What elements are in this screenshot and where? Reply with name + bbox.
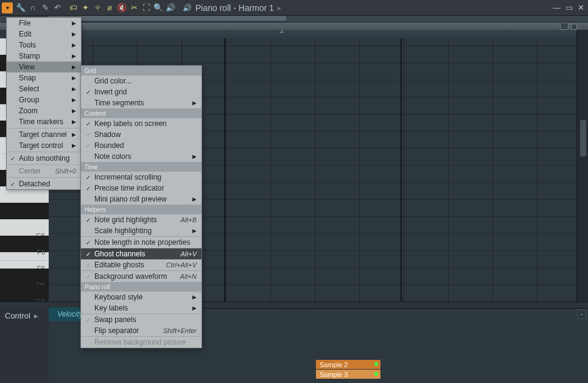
submenu-item-flip-separator[interactable]: Flip separatorShift+Enter bbox=[81, 325, 201, 336]
secondary-bar bbox=[0, 23, 588, 30]
clip-active-dot bbox=[374, 362, 378, 366]
channel-speaker-icon[interactable]: 🔊 bbox=[183, 4, 192, 12]
menu-item-zoom[interactable]: Zoom▶ bbox=[7, 105, 81, 116]
submenu-item-key-labels[interactable]: Key labels▶ bbox=[81, 303, 201, 314]
piano-roll-window: 🔧 ∩ ✎ ↶ 🏷 ✦ ✧ ø 🔇 ✂ ⛶ 🔍 🔊 🔊 Piano roll -… bbox=[0, 0, 588, 383]
wrench-icon[interactable]: 🔧 bbox=[15, 2, 27, 14]
horizontal-scroll-thumb[interactable] bbox=[49, 16, 286, 21]
submenu-item-rounded[interactable]: Rounded bbox=[81, 140, 201, 151]
submenu-item-mini-piano-roll-preview[interactable]: Mini piano roll preview▶ bbox=[81, 194, 201, 205]
menu-item-time-markers[interactable]: Time markers▶ bbox=[7, 116, 81, 127]
menu-item-stamp[interactable]: Stamp▶ bbox=[7, 51, 81, 61]
overview-toggle[interactable] bbox=[560, 23, 569, 30]
menu-item-detached[interactable]: Detached bbox=[7, 178, 81, 189]
sparkle-icon[interactable]: ✧ bbox=[91, 2, 103, 14]
channel-next-icon[interactable]: ▸ bbox=[278, 4, 281, 12]
pencil-icon[interactable]: ✎ bbox=[39, 2, 51, 14]
magnet-icon[interactable]: ∩ bbox=[27, 2, 39, 14]
brush-icon[interactable]: ✦ bbox=[79, 2, 91, 14]
volume-icon[interactable]: 🔊 bbox=[164, 2, 177, 14]
toolbar: 🔧 ∩ ✎ ↶ 🏷 ✦ ✧ ø 🔇 ✂ ⛶ 🔍 🔊 🔊 Piano roll -… bbox=[0, 0, 588, 16]
menu-item-select[interactable]: Select▶ bbox=[7, 83, 81, 94]
mute-icon[interactable]: ø bbox=[103, 2, 116, 14]
vertical-scrollbar[interactable] bbox=[576, 23, 588, 301]
clip-active-dot bbox=[374, 372, 378, 376]
submenu-item-incremental-scrolling[interactable]: Incremental scrolling bbox=[81, 172, 201, 183]
main-context-menu: File▶Edit▶Tools▶Stamp▶View▶Snap▶Select▶G… bbox=[6, 17, 82, 190]
submenu-item-keyboard-style[interactable]: Keyboard style▶ bbox=[81, 292, 201, 303]
menu-item-file[interactable]: File▶ bbox=[7, 18, 81, 29]
expand-icon[interactable]: ⛶ bbox=[140, 2, 152, 14]
submenu-item-shadow[interactable]: Shadow bbox=[81, 129, 201, 140]
submenu-item-swap-panels[interactable]: Swap panels bbox=[81, 314, 201, 325]
submenu-item-precise-time-indicator[interactable]: Precise time indicator bbox=[81, 183, 201, 194]
control-collapse-button[interactable]: - bbox=[577, 309, 587, 319]
menu-item-target-channel[interactable]: Target channel▶ bbox=[7, 129, 81, 140]
tag-icon[interactable]: 🏷 bbox=[67, 2, 79, 14]
submenu-item-remove-background-picture: Remove background picture bbox=[81, 337, 201, 348]
submenu-item-note-colors[interactable]: Note colors▶ bbox=[81, 151, 201, 162]
maximize-button[interactable]: ▭ bbox=[565, 3, 573, 12]
submenu-item-keep-labels-on-screen[interactable]: Keep labels on screen bbox=[81, 118, 201, 129]
overview-dot[interactable] bbox=[571, 24, 577, 30]
submenu-item-invert-grid[interactable]: Invert grid bbox=[81, 86, 201, 97]
submenu-item-note-grid-highlights[interactable]: Note grid highlightsAlt+B bbox=[81, 214, 201, 225]
submenu-item-time-segments[interactable]: Time segments▶ bbox=[81, 97, 201, 108]
sample-clip-2[interactable]: Sample 2 bbox=[316, 360, 380, 369]
menu-item-center[interactable]: CenterShift+0 bbox=[7, 166, 81, 177]
submenu-item-editable-ghosts[interactable]: Editable ghostsCtrl+Alt+V bbox=[81, 259, 201, 270]
speaker-mute-icon[interactable]: 🔇 bbox=[116, 2, 128, 14]
undo-icon[interactable]: ↶ bbox=[51, 2, 63, 14]
control-panel-label[interactable]: Control▸ bbox=[0, 307, 49, 383]
menu-item-target-control[interactable]: Target control▶ bbox=[7, 140, 81, 151]
slice-icon[interactable]: ✂ bbox=[128, 2, 140, 14]
submenu-item-background-waveform[interactable]: Background waveformAlt+N bbox=[81, 271, 201, 282]
menu-item-snap[interactable]: Snap▶ bbox=[7, 72, 81, 83]
zoom-icon[interactable]: 🔍 bbox=[152, 2, 164, 14]
submenu-item-note-length-in-note-properties[interactable]: Note length in note properties bbox=[81, 237, 201, 248]
vertical-scroll-thumb[interactable] bbox=[580, 120, 586, 156]
close-button[interactable]: ✕ bbox=[578, 3, 584, 12]
menu-item-view[interactable]: View▶ bbox=[7, 61, 81, 72]
submenu-item-scale-highlighting[interactable]: Scale highlighting▶ bbox=[81, 225, 201, 236]
menu-item-edit[interactable]: Edit▶ bbox=[7, 29, 81, 40]
minimize-button[interactable]: — bbox=[553, 3, 561, 12]
submenu-item-ghost-channels[interactable]: Ghost channelsAlt+V bbox=[81, 248, 201, 259]
view-submenu: GridGrid color...Invert gridTime segment… bbox=[80, 65, 202, 348]
menu-item-tools[interactable]: Tools▶ bbox=[7, 40, 81, 51]
main-menu-button[interactable] bbox=[2, 2, 13, 13]
sample-clip-3[interactable]: Sample 3 bbox=[316, 370, 380, 379]
submenu-item-grid-color-[interactable]: Grid color... bbox=[81, 76, 201, 86]
horizontal-scrollbar[interactable] bbox=[0, 16, 588, 23]
menu-item-auto-smoothing[interactable]: Auto smoothing bbox=[7, 153, 81, 164]
menu-item-group[interactable]: Group▶ bbox=[7, 94, 81, 105]
window-title: Piano roll - Harmor 1 bbox=[195, 3, 274, 13]
